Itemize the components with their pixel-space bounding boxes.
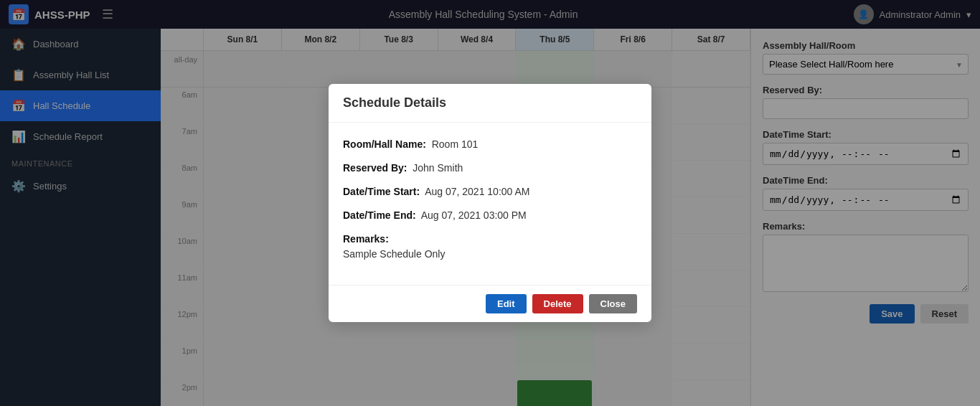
modal-room-hall-label: Room/Hall Name: (343, 138, 426, 150)
modal-reserved-by: Reserved By: John Smith (343, 161, 637, 176)
modal-header: Schedule Details (329, 84, 651, 123)
modal-close-button[interactable]: Close (589, 294, 637, 313)
modal-reserved-by-value: John Smith (413, 162, 463, 174)
modal-reserved-by-label: Reserved By: (343, 162, 407, 174)
modal-edit-button[interactable]: Edit (486, 294, 527, 313)
modal-datetime-start-value: Aug 07, 2021 10:00 AM (425, 186, 529, 197)
modal-remarks: Remarks: Sample Schedule Only (343, 232, 637, 262)
modal-title: Schedule Details (343, 95, 446, 110)
modal-remarks-value: Sample Schedule Only (343, 248, 445, 260)
modal-room-hall: Room/Hall Name: Room 101 (343, 137, 637, 152)
modal-datetime-start: Date/Time Start: Aug 07, 2021 10:00 AM (343, 184, 637, 199)
modal-datetime-end: Date/Time End: Aug 07, 2021 03:00 PM (343, 208, 637, 223)
modal-footer: Edit Delete Close (329, 285, 651, 322)
modal-body: Room/Hall Name: Room 101 Reserved By: Jo… (329, 123, 651, 285)
modal-datetime-end-value: Aug 07, 2021 03:00 PM (421, 209, 527, 221)
modal-remarks-label: Remarks: (343, 233, 389, 245)
modal-room-hall-value: Room 101 (432, 138, 479, 150)
modal-delete-button[interactable]: Delete (532, 294, 583, 313)
modal-overlay[interactable]: Schedule Details Room/Hall Name: Room 10… (0, 0, 980, 406)
schedule-details-modal: Schedule Details Room/Hall Name: Room 10… (329, 84, 651, 322)
modal-datetime-start-label: Date/Time Start: (343, 186, 420, 197)
modal-datetime-end-label: Date/Time End: (343, 209, 416, 221)
